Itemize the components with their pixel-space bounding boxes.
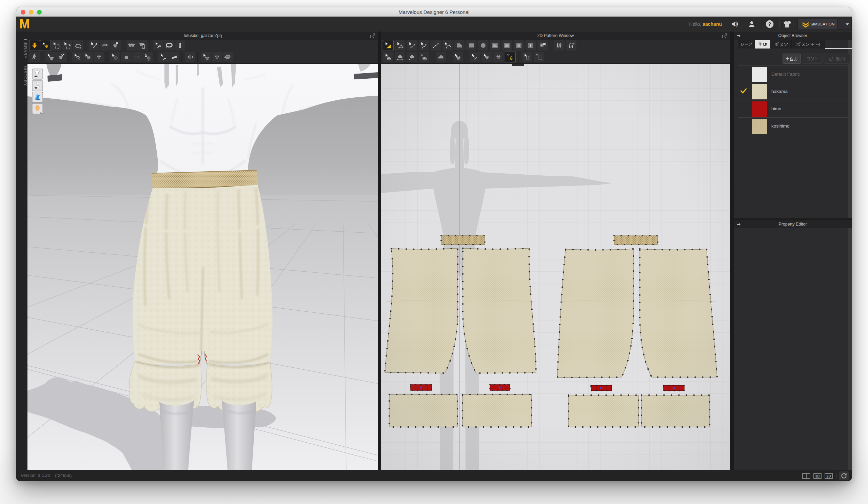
svg-text:3D: 3D: [815, 474, 820, 478]
svg-text:2D: 2D: [827, 474, 831, 478]
svg-text:?: ?: [768, 21, 771, 27]
